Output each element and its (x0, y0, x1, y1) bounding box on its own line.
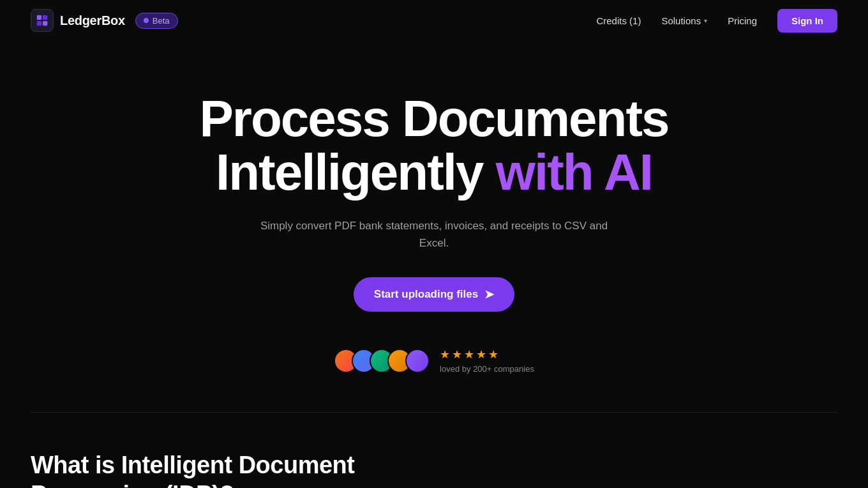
arrow-icon: ➤ (484, 287, 494, 301)
hero-title-line2: Intelligently with AI (199, 146, 668, 199)
cta-label: Start uploading files (374, 288, 478, 301)
bottom-title: What is Intelligent Document Processing … (31, 451, 837, 488)
hero-title: Process Documents Intelligently with AI (199, 92, 668, 199)
bottom-title-line1: What is Intelligent Document (31, 452, 354, 478)
hero-title-with-ai: with AI (496, 144, 652, 201)
star-2: ★ (452, 347, 462, 362)
svg-rect-3 (43, 21, 47, 26)
nav-solutions[interactable]: Solutions ▾ (661, 15, 707, 26)
hero-title-line1: Process Documents (199, 92, 668, 146)
sign-in-button[interactable]: Sign In (777, 9, 837, 33)
svg-rect-0 (37, 15, 41, 20)
avatars-container (334, 349, 430, 373)
nav-left: LedgerBox Beta (31, 9, 178, 32)
bottom-section: What is Intelligent Document Processing … (0, 413, 868, 488)
logo[interactable]: LedgerBox (31, 9, 125, 32)
beta-dot (144, 18, 149, 23)
bottom-title-line2: Processing (IDP)? (31, 481, 234, 488)
logo-text: LedgerBox (60, 13, 125, 28)
beta-badge: Beta (135, 13, 178, 29)
hero-subtitle: Simply convert PDF bank statements, invo… (255, 217, 613, 252)
star-3: ★ (464, 347, 474, 362)
social-proof: ★ ★ ★ ★ ★ loved by 200+ companies (334, 347, 534, 374)
cta-button[interactable]: Start uploading files ➤ (354, 277, 514, 312)
svg-rect-1 (43, 15, 47, 20)
rating-section: ★ ★ ★ ★ ★ loved by 200+ companies (440, 347, 534, 374)
star-1: ★ (440, 347, 450, 362)
star-5: ★ (488, 347, 498, 362)
star-4: ★ (476, 347, 486, 362)
nav-pricing[interactable]: Pricing (728, 15, 757, 26)
loved-text: loved by 200+ companies (440, 364, 534, 374)
beta-label: Beta (153, 16, 170, 26)
chevron-down-icon: ▾ (704, 17, 707, 24)
hero-section: Process Documents Intelligently with AI … (0, 41, 868, 412)
logo-icon (31, 9, 54, 32)
stars: ★ ★ ★ ★ ★ (440, 347, 498, 362)
navbar: LedgerBox Beta Credits (1) Solutions ▾ P… (0, 0, 868, 41)
nav-credits[interactable]: Credits (1) (596, 15, 641, 26)
hero-title-intelligently: Intelligently (216, 144, 483, 201)
avatar (405, 349, 430, 373)
svg-rect-2 (37, 21, 41, 26)
nav-right: Credits (1) Solutions ▾ Pricing Sign In (596, 9, 837, 33)
